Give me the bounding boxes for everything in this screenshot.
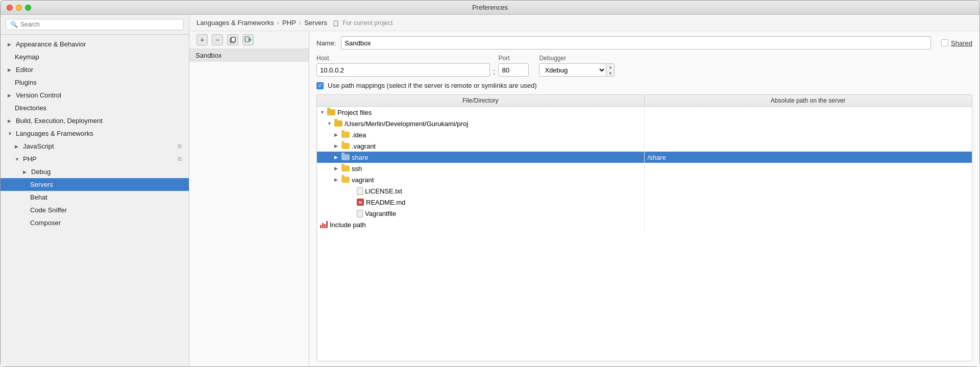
sidebar-item-label: Servers	[30, 181, 53, 188]
project-icon: 📋	[332, 20, 339, 26]
path-mappings-checkbox[interactable]: ✓	[316, 82, 324, 89]
config-panel: Name: Shared Host :	[309, 31, 979, 366]
split-pane: + −	[189, 31, 979, 366]
window-title: Preferences	[472, 4, 508, 11]
include-path-icon	[320, 221, 328, 228]
table-row[interactable]: ▼ /Users/Merlin/Development/Gurukami/pro…	[317, 118, 972, 129]
table-row[interactable]: Vagrantfile	[317, 208, 972, 219]
breadcrumb-sep: ›	[277, 19, 279, 27]
svg-rect-1	[231, 37, 235, 42]
port-group: Port	[498, 55, 529, 77]
tree-cell-path	[645, 208, 972, 219]
col1-header: File/Directory	[317, 95, 645, 106]
tree-cell-path	[645, 140, 972, 152]
tree-cell-path	[645, 197, 972, 208]
table-row[interactable]: ▶ ssh	[317, 163, 972, 174]
close-button[interactable]	[7, 5, 13, 11]
shared-label: Shared	[951, 39, 972, 47]
sidebar-item-directories[interactable]: Directories	[1, 102, 189, 114]
table-row[interactable]: Include path	[317, 219, 972, 230]
add-server-button[interactable]: +	[197, 34, 208, 45]
preferences-window: Preferences 🔍 ▶ Appearance & Behavior Ke…	[0, 0, 980, 367]
tree-cell-name: ▼ Project files	[317, 107, 645, 118]
host-label: Host	[316, 55, 490, 62]
table-row[interactable]: M README.md	[317, 197, 972, 208]
sidebar-item-composer[interactable]: Composer	[1, 216, 189, 229]
sidebar-item-version-control[interactable]: ▶ Version Control	[1, 89, 189, 102]
table-row[interactable]: ▼ Project files	[317, 107, 972, 118]
sidebar-item-label: Version Control	[16, 91, 61, 99]
file-tree-container: File/Directory Absolute path on the serv…	[316, 94, 972, 361]
tree-cell-path	[645, 219, 972, 230]
file-icon	[357, 210, 363, 217]
name-input[interactable]	[341, 36, 931, 50]
tree-cell-name: ▼ /Users/Merlin/Development/Gurukami/pro…	[317, 118, 645, 129]
sidebar-item-behat[interactable]: Behat	[1, 191, 189, 204]
stepper-up[interactable]: ▲	[606, 64, 614, 70]
sidebar-item-label: JavaScript	[23, 142, 54, 150]
folder-arrow: ▶	[334, 177, 339, 182]
search-input-wrap[interactable]: 🔍	[6, 19, 184, 30]
markdown-icon: M	[357, 199, 364, 206]
expand-arrow: ▶	[15, 144, 20, 149]
sidebar-item-label: Plugins	[15, 79, 37, 86]
search-input[interactable]	[20, 21, 179, 28]
folder-arrow: ▶	[334, 132, 339, 137]
content-area: 🔍 ▶ Appearance & Behavior Keymap ▶ Edito…	[1, 15, 979, 366]
maximize-button[interactable]	[25, 5, 31, 11]
breadcrumb-part-3: Servers	[304, 19, 327, 27]
sidebar-item-label: Keymap	[15, 53, 39, 61]
svg-rect-3	[245, 37, 249, 42]
sidebar-item-plugins[interactable]: Plugins	[1, 76, 189, 89]
path-mappings-row: ✓ Use path mappings (select if the serve…	[316, 82, 972, 89]
host-input[interactable]	[316, 63, 490, 77]
sidebar-item-label: Appearance & Behavior	[16, 40, 86, 48]
sidebar-item-code-sniffer[interactable]: Code Sniffer	[1, 204, 189, 216]
sidebar-item-php[interactable]: ▼ PHP ⧉	[1, 153, 189, 165]
table-row[interactable]: ▶ .vagrant	[317, 140, 972, 152]
sidebar-item-debug[interactable]: ▶ Debug	[1, 165, 189, 178]
stepper-down[interactable]: ▼	[606, 70, 614, 76]
sidebar-item-label: Build, Execution, Deployment	[16, 117, 103, 125]
table-row[interactable]: ▶ vagrant	[317, 174, 972, 185]
sidebar-item-build[interactable]: ▶ Build, Execution, Deployment	[1, 114, 189, 127]
tree-cell-name: ▶ vagrant	[317, 174, 645, 185]
sidebar-item-keymap[interactable]: Keymap	[1, 51, 189, 63]
import-server-button[interactable]	[242, 34, 254, 45]
tree-cell-path	[645, 185, 972, 197]
sidebar-item-editor[interactable]: ▶ Editor	[1, 63, 189, 76]
breadcrumb-part-2: PHP	[282, 19, 296, 27]
debugger-select[interactable]: Xdebug Zend Debugger	[540, 66, 606, 75]
sidebar-item-label: Languages & Frameworks	[16, 130, 93, 137]
minimize-button[interactable]	[16, 5, 22, 11]
expand-arrow: ▶	[23, 169, 28, 175]
copy-icon: ⧉	[178, 143, 182, 150]
name-row: Name: Shared	[316, 36, 972, 50]
table-row[interactable]: LICENSE.txt	[317, 185, 972, 197]
table-row[interactable]: ▶ .idea	[317, 129, 972, 140]
port-input[interactable]	[498, 63, 529, 77]
folder-icon	[341, 177, 350, 183]
copy-server-button[interactable]	[227, 34, 238, 45]
colon-separator: :	[490, 59, 498, 77]
shared-checkbox[interactable]	[941, 39, 948, 46]
breadcrumb-part-1: Languages & Frameworks	[197, 19, 274, 27]
sidebar-item-servers[interactable]: Servers	[1, 178, 189, 191]
copy-icon: ⧉	[178, 156, 182, 162]
remove-server-button[interactable]: −	[212, 34, 223, 45]
debugger-group: Debugger Xdebug Zend Debugger ▲ ▼	[539, 55, 615, 77]
server-list-panel: + −	[189, 31, 309, 366]
tree-cell-name: LICENSE.txt	[317, 185, 645, 197]
for-current-project: 📋 For current project	[332, 19, 393, 27]
sidebar-item-appearance[interactable]: ▶ Appearance & Behavior	[1, 38, 189, 51]
main-panel: Languages & Frameworks › PHP › Servers 📋…	[189, 15, 979, 366]
tree-cell-name: ▶ .idea	[317, 129, 645, 140]
tree-cell-path	[645, 129, 972, 140]
server-list-item[interactable]: Sandbox	[189, 49, 309, 62]
sidebar-item-label: Editor	[16, 66, 33, 74]
sidebar-item-javascript[interactable]: ▶ JavaScript ⧉	[1, 140, 189, 153]
table-row[interactable]: ▶ share /share	[317, 152, 972, 163]
file-icon	[357, 187, 363, 195]
expand-arrow: ▼	[15, 157, 20, 162]
sidebar-item-languages[interactable]: ▼ Languages & Frameworks	[1, 127, 189, 140]
